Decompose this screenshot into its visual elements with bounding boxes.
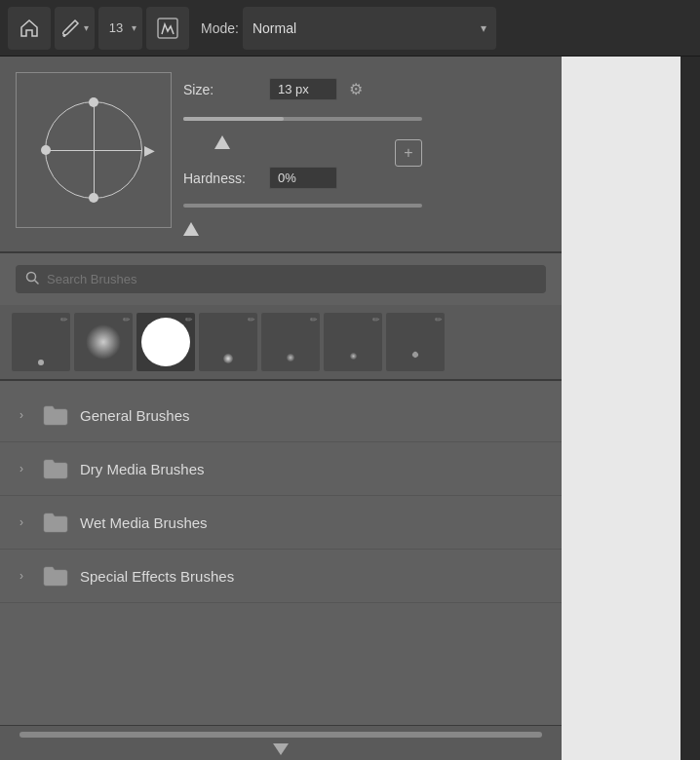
horizontal-scrollbar[interactable]	[19, 732, 542, 738]
scroll-down-arrow[interactable]	[273, 743, 289, 755]
preset-edit-1: ✏	[60, 315, 68, 324]
svg-rect-0	[158, 19, 177, 38]
size-slider-track	[183, 117, 422, 121]
size-value[interactable]: 13 px	[269, 78, 337, 100]
right-dark-strip	[681, 57, 700, 760]
folder-general-brushes[interactable]: › General Brushes	[0, 389, 562, 442]
size-thumb[interactable]	[214, 135, 230, 149]
folder-icon-2	[43, 458, 68, 479]
brush-list: › General Brushes › Dry Media Brushes › …	[0, 381, 562, 725]
mode-value: Normal	[253, 20, 481, 36]
brush-presets-row: ✏ ✏ ✏ ✏	[0, 305, 562, 381]
controls-right: Size: 13 px ⚙ +	[183, 72, 546, 242]
controls-section: ▶ Size: 13 px ⚙	[0, 57, 562, 253]
preset-edit-6: ✏	[372, 315, 380, 324]
folder-wet-media[interactable]: › Wet Media Brushes	[0, 496, 562, 550]
search-box	[16, 265, 546, 293]
bottom-scrollbar-area	[0, 725, 562, 760]
folder-chevron-4: ›	[19, 569, 31, 583]
right-canvas-panel	[562, 57, 700, 760]
brush-tool-chevron[interactable]: ▾	[84, 22, 89, 33]
brush-tool-group: ▾	[55, 7, 95, 50]
folder-dry-media[interactable]: › Dry Media Brushes	[0, 442, 562, 496]
mode-chevron: ▾	[481, 21, 486, 35]
folder-label-4: Special Effects Brushes	[80, 568, 234, 585]
size-thumb-area: +	[183, 135, 422, 155]
size-group: 13 ▾	[98, 7, 142, 50]
size-label: Size:	[183, 82, 261, 97]
brush-preview: ▶	[16, 72, 172, 228]
mode-label: Mode:	[201, 20, 239, 36]
mode-select[interactable]: Normal ▾	[243, 7, 496, 50]
handle-top[interactable]	[89, 97, 98, 107]
preset-edit-2: ✏	[123, 315, 131, 324]
add-preset-btn-area: +	[395, 139, 422, 167]
preset-item-2[interactable]: ✏	[74, 313, 133, 371]
size-chevron[interactable]: ▾	[132, 22, 136, 33]
hardness-thumb-area	[183, 222, 422, 242]
hardness-thumb[interactable]	[183, 222, 199, 236]
brush-circle: ▶	[45, 101, 142, 199]
search-input[interactable]	[47, 272, 536, 286]
add-preset-button[interactable]: +	[395, 139, 422, 167]
preset-item-5[interactable]: ✏	[261, 313, 320, 371]
handle-left[interactable]	[41, 145, 51, 155]
size-slider-container[interactable]	[183, 110, 422, 128]
toolbar: ▾ 13 ▾ Mode: Normal ▾	[0, 0, 700, 57]
svg-line-2	[35, 281, 39, 285]
folder-icon-1	[43, 404, 68, 426]
preset-item-4[interactable]: ✏	[199, 313, 257, 371]
preset-edit-3: ✏	[185, 315, 193, 324]
size-slider-fill	[183, 117, 284, 121]
preset-item-3[interactable]: ✏	[136, 313, 195, 371]
hardness-value[interactable]: 0%	[269, 167, 337, 189]
hardness-label: Hardness:	[183, 171, 261, 186]
gear-button[interactable]: ⚙	[345, 76, 367, 102]
folder-label-1: General Brushes	[80, 407, 190, 424]
crosshair-v	[94, 102, 95, 198]
search-section	[0, 253, 562, 305]
folder-label-3: Wet Media Brushes	[80, 514, 208, 531]
folder-chevron-1: ›	[19, 408, 31, 422]
brush-tool-icon	[60, 19, 80, 38]
handle-right-arrow[interactable]: ▶	[144, 142, 155, 158]
folder-chevron-2: ›	[19, 462, 31, 475]
hardness-row: Hardness: 0%	[183, 167, 546, 189]
preset-edit-5: ✏	[310, 315, 318, 324]
preset-edit-4: ✏	[248, 315, 255, 324]
folder-chevron-3: ›	[19, 515, 31, 529]
handle-bottom[interactable]	[89, 193, 98, 203]
brush-size-display: 13	[104, 20, 128, 35]
folder-icon-3	[43, 512, 68, 533]
home-button[interactable]	[8, 7, 51, 50]
preset-item-6[interactable]: ✏	[324, 313, 382, 371]
size-row: Size: 13 px ⚙	[183, 76, 546, 102]
main-area: ▶ Size: 13 px ⚙	[0, 57, 700, 760]
search-icon	[25, 271, 39, 287]
preset-item-1[interactable]: ✏	[12, 313, 70, 371]
preset-edit-7: ✏	[435, 315, 443, 324]
folder-icon-4	[43, 565, 68, 587]
brush-panel: ▶ Size: 13 px ⚙	[0, 57, 562, 760]
preset-item-7[interactable]: ✏	[386, 313, 445, 371]
hardness-slider-container[interactable]	[183, 197, 422, 214]
hardness-slider-track	[183, 204, 422, 208]
folder-special-effects[interactable]: › Special Effects Brushes	[0, 550, 562, 603]
brush-type-button[interactable]	[146, 7, 189, 50]
folder-label-2: Dry Media Brushes	[80, 461, 205, 477]
